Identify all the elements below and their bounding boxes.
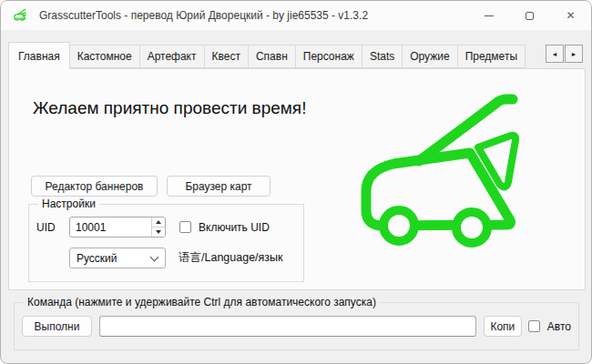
settings-groupbox: Настройки UID Включить	[28, 197, 304, 282]
tab-stats[interactable]: Stats	[362, 45, 403, 68]
run-button[interactable]: Выполни	[22, 316, 92, 337]
spin-up-icon	[156, 220, 161, 224]
tab-items[interactable]: Предметы	[457, 45, 526, 68]
app-window: GrasscutterTools - перевод Юрий Дворецки…	[0, 0, 592, 364]
uid-row: UID Включить UID	[36, 217, 296, 238]
enable-uid-label: Включить UID	[199, 221, 270, 234]
minimize-button[interactable]	[468, 1, 509, 30]
command-groupbox: Команда (нажмите и удерживайте Ctrl для …	[14, 296, 579, 350]
checkbox-box	[528, 320, 540, 332]
tab-character[interactable]: Персонаж	[295, 45, 362, 68]
command-groupbox-title: Команда (нажмите и удерживайте Ctrl для …	[24, 296, 380, 308]
titlebar: GrasscutterTools - перевод Юрий Дворецки…	[1, 1, 591, 30]
welcome-text: Желаем приятно провести время!	[33, 98, 306, 118]
window-title: GrasscutterTools - перевод Юрий Дворецки…	[39, 9, 368, 22]
command-row: Выполни Копи Авто	[22, 316, 571, 337]
tab-scroll-buttons: ◄ ►	[546, 45, 583, 63]
main-tab-page: Желаем приятно провести время! Редактор …	[8, 68, 586, 290]
tab-bar: Главная Кастомное Артефакт Квест Спавн П…	[8, 42, 584, 69]
map-browser-button[interactable]: Браузер карт	[167, 176, 270, 197]
uid-spinner	[69, 217, 166, 238]
tab-scroll-right-button[interactable]: ►	[565, 45, 583, 63]
tab-artifact[interactable]: Артефакт	[139, 45, 205, 68]
tab-scroll-left-button[interactable]: ◄	[546, 45, 564, 63]
spin-down-button[interactable]	[152, 228, 165, 237]
uid-spin-buttons	[151, 217, 165, 237]
command-input[interactable]	[99, 316, 476, 337]
caption-buttons: ✕	[468, 1, 591, 30]
language-selected-value: Русский	[77, 252, 151, 265]
auto-label: Авто	[547, 320, 571, 333]
minimize-icon	[485, 15, 494, 16]
copy-button[interactable]: Копи	[484, 316, 522, 337]
tools-button-row: Редактор баннеров Браузер карт	[31, 176, 270, 197]
grasscutter-car-logo	[348, 78, 585, 291]
uid-label: UID	[36, 221, 61, 234]
tab-custom[interactable]: Кастомное	[69, 45, 140, 68]
tab-weapon[interactable]: Оружие	[402, 45, 457, 68]
language-row: Русский 语言/Language/язык	[36, 248, 296, 268]
close-icon: ✕	[566, 10, 575, 21]
chevron-down-icon	[150, 252, 159, 261]
auto-checkbox[interactable]: Авто	[528, 320, 571, 333]
language-hint-label: 语言/Language/язык	[179, 250, 283, 266]
enable-uid-checkbox[interactable]: Включить UID	[179, 221, 270, 234]
checkbox-box	[179, 221, 191, 233]
arrow-right-icon: ►	[571, 51, 577, 57]
tab-spawn[interactable]: Спавн	[248, 45, 296, 68]
maximize-icon	[526, 12, 534, 20]
tab-main[interactable]: Главная	[8, 42, 70, 69]
spin-up-button[interactable]	[152, 217, 165, 228]
arrow-left-icon: ◄	[552, 51, 558, 57]
tab-quest[interactable]: Квест	[204, 45, 249, 68]
language-dropdown[interactable]: Русский	[69, 248, 166, 268]
uid-input[interactable]	[70, 217, 151, 237]
settings-groupbox-title: Настройки	[38, 197, 99, 210]
banner-editor-button[interactable]: Редактор баннеров	[31, 176, 158, 197]
close-button[interactable]: ✕	[550, 1, 591, 30]
app-logo-icon	[13, 8, 31, 24]
spin-down-icon	[156, 230, 161, 234]
maximize-button[interactable]	[509, 1, 550, 30]
